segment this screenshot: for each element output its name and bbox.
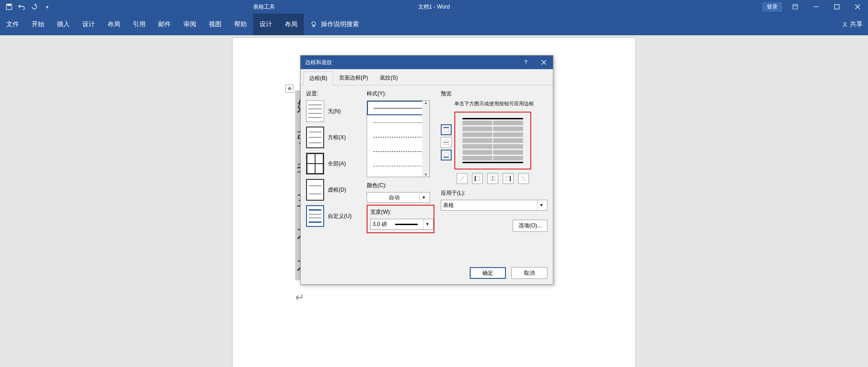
login-button[interactable]: 登录 [762, 2, 782, 12]
width-section-highlight: 宽度(W): 3.0 磅 ▼ [367, 205, 434, 233]
style-dashdot[interactable] [367, 159, 429, 173]
ribbon-options-icon[interactable] [785, 0, 806, 14]
close-icon[interactable] [535, 56, 553, 69]
setting-box[interactable]: 方框(X) [306, 127, 360, 148]
dialog-titlebar[interactable]: 边框和底纹 ? [301, 56, 553, 69]
context-tools-label: 表格工具 [253, 3, 275, 11]
paragraph-mark: ↵ [295, 291, 304, 304]
chevron-down-icon: ▼ [537, 200, 545, 210]
help-icon[interactable]: ? [517, 56, 535, 69]
preview-label: 预览 [441, 90, 547, 98]
svg-line-18 [460, 176, 464, 181]
style-dotted[interactable] [367, 115, 429, 130]
style-dashed[interactable] [367, 144, 429, 159]
border-right-button[interactable] [503, 173, 514, 184]
tab-mailings[interactable]: 邮件 [152, 14, 177, 35]
width-combo[interactable]: 3.0 磅 ▼ [370, 219, 434, 230]
qat-customize-icon[interactable]: ▾ [42, 1, 52, 12]
color-label: 颜色(C): [367, 182, 434, 189]
svg-point-7 [312, 22, 316, 25]
tab-home[interactable]: 开始 [25, 14, 51, 35]
tab-layout[interactable]: 布局 [101, 14, 127, 35]
chevron-down-icon: ▼ [420, 193, 428, 202]
border-left-button[interactable] [472, 173, 483, 184]
svg-rect-20 [476, 176, 480, 181]
titlebar: ▾ 表格工具 文档1 - Word 登录 [0, 0, 868, 14]
options-button[interactable]: 选项(O)... [513, 220, 547, 232]
ribbon: 文件 开始 插入 设计 布局 引用 邮件 审阅 视图 帮助 设计 布局 操作说明… [0, 14, 868, 35]
dialog-tabs: 边框(B) 页面边框(P) 底纹(S) [301, 69, 553, 85]
border-vmiddle-button[interactable] [487, 173, 498, 184]
lightbulb-icon [310, 21, 317, 28]
svg-rect-8 [313, 25, 315, 27]
undo-icon[interactable] [16, 1, 27, 12]
border-bottom-button[interactable] [441, 150, 452, 160]
style-label: 样式(Y): [367, 90, 434, 98]
apply-to-combo[interactable]: 表格 ▼ [441, 200, 547, 211]
tab-shading[interactable]: 底纹(S) [374, 71, 404, 85]
tell-me-placeholder: 操作说明搜索 [321, 20, 359, 28]
border-diag-button[interactable] [457, 173, 467, 184]
tab-view[interactable]: 视图 [203, 14, 228, 35]
maximize-icon[interactable] [826, 0, 847, 14]
style-dashed-s[interactable] [367, 130, 429, 144]
document-title: 文档1 - Word [418, 3, 450, 11]
border-hmiddle-button[interactable] [441, 137, 452, 148]
preview-diagram[interactable] [454, 112, 531, 169]
cancel-button[interactable]: 取消 [511, 267, 547, 279]
setting-grid[interactable]: 虚框(D) [306, 179, 360, 201]
svg-rect-1 [7, 4, 11, 6]
svg-rect-16 [444, 153, 448, 156]
table-move-handle[interactable]: ✥ [285, 85, 293, 93]
redo-icon[interactable] [29, 1, 40, 12]
settings-label: 设置: [306, 90, 360, 98]
setting-all[interactable]: 全部(A) [306, 153, 360, 174]
preview-hint: 单击下方图示或使用按钮可应用边框 [441, 100, 547, 107]
tab-insert[interactable]: 插入 [51, 14, 76, 35]
svg-point-9 [844, 23, 846, 25]
share-button[interactable]: 共享 [842, 20, 863, 28]
share-icon [842, 21, 848, 28]
width-label: 宽度(W): [370, 208, 431, 216]
tab-table-layout[interactable]: 布局 [278, 14, 304, 35]
setting-custom[interactable]: 自定义(U) [306, 205, 360, 227]
tab-review[interactable]: 审阅 [177, 14, 203, 35]
width-sample-line [395, 224, 418, 225]
style-listbox[interactable]: ▲▼ [367, 100, 430, 177]
svg-rect-2 [793, 5, 797, 9]
tell-me-search[interactable]: 操作说明搜索 [310, 20, 359, 28]
tab-table-design[interactable]: 设计 [253, 14, 278, 35]
scrollbar[interactable]: ▲▼ [422, 101, 429, 177]
chevron-down-icon: ▼ [423, 219, 431, 229]
minimize-icon[interactable] [806, 0, 826, 14]
borders-shading-dialog: 边框和底纹 ? 边框(B) 页面边框(P) 底纹(S) 设置: 无(N) 方框(… [300, 55, 553, 285]
tab-help[interactable]: 帮助 [228, 14, 253, 35]
save-icon[interactable] [4, 1, 14, 12]
svg-rect-23 [506, 176, 509, 181]
svg-rect-4 [835, 5, 839, 9]
tab-file[interactable]: 文件 [0, 14, 25, 35]
dialog-title: 边框和底纹 [305, 59, 332, 66]
color-combo[interactable]: 自动 ▼ [367, 192, 430, 203]
svg-rect-13 [444, 128, 448, 132]
border-top-button[interactable] [441, 124, 452, 135]
tab-design[interactable]: 设计 [76, 14, 101, 35]
tab-page-border[interactable]: 页面边框(P) [333, 71, 374, 85]
style-solid[interactable] [367, 101, 429, 115]
ok-button[interactable]: 确定 [470, 267, 506, 279]
svg-line-25 [521, 176, 526, 181]
close-icon[interactable] [847, 0, 868, 14]
setting-none[interactable]: 无(N) [306, 100, 360, 122]
tab-references[interactable]: 引用 [127, 14, 152, 35]
tab-borders[interactable]: 边框(B) [303, 71, 333, 85]
apply-to-label: 应用于(L): [441, 189, 547, 197]
border-diag2-button[interactable] [518, 173, 529, 184]
